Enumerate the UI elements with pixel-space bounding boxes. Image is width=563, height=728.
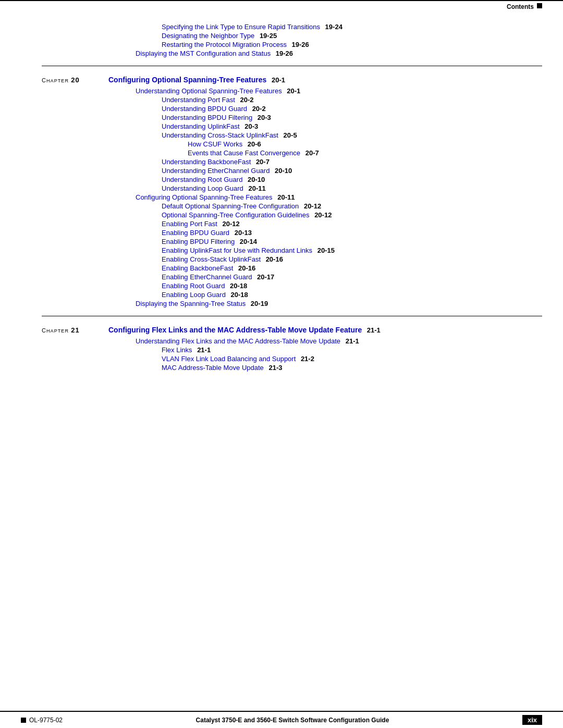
toc-entry: Enabling Cross-Stack UplinkFast 20-16	[42, 255, 542, 263]
page: Contents Specifying the Link Type to Ens…	[0, 0, 563, 728]
toc-entry: Enabling UplinkFast for Use with Redunda…	[42, 246, 542, 254]
toc-entry: Understanding EtherChannel Guard 20-10	[42, 167, 542, 175]
page-num: 20-14	[238, 238, 257, 245]
toc-link[interactable]: Understanding BackboneFast	[162, 158, 251, 166]
page-num: 20-3	[243, 122, 259, 130]
toc-entry: Understanding Optional Spanning-Tree Fea…	[42, 87, 542, 95]
page-num: 20-17	[255, 273, 274, 281]
page-num: 21-1	[344, 337, 359, 345]
toc-link[interactable]: Enabling Root Guard	[162, 282, 225, 290]
page-num: 20-7	[303, 149, 319, 157]
toc-link[interactable]: Restarting the Protocol Migration Proces…	[162, 41, 287, 48]
toc-link[interactable]: Understanding Port Fast	[162, 96, 235, 104]
page-num: 20-2	[238, 96, 254, 104]
toc-link[interactable]: Default Optional Spanning-Tree Configura…	[162, 202, 299, 210]
toc-entry: Restarting the Protocol Migration Proces…	[42, 41, 542, 48]
toc-entry: Enabling BPDU Guard 20-13	[42, 229, 542, 237]
toc-entry: Enabling BackboneFast 20-16	[42, 264, 542, 272]
page-num: 19-24	[323, 23, 342, 31]
toc-link[interactable]: Understanding Cross-Stack UplinkFast	[162, 131, 278, 139]
toc-link[interactable]: VLAN Flex Link Load Balancing and Suppor…	[162, 355, 296, 363]
toc-link[interactable]: Enabling BPDU Guard	[162, 229, 229, 237]
toc-entry: Events that Cause Fast Convergence 20-7	[42, 149, 542, 157]
toc-link[interactable]: Configuring Optional Spanning-Tree Featu…	[136, 193, 273, 201]
toc-entry: Configuring Optional Spanning-Tree Featu…	[42, 193, 542, 201]
toc-entry: Designating the Neighbor Type 19-25	[42, 32, 542, 40]
toc-link[interactable]: Understanding BPDU Guard	[162, 105, 247, 113]
page-num: 19-25	[258, 32, 277, 40]
toc-entry: Enabling Loop Guard 20-18	[42, 291, 542, 299]
toc-entry: Understanding Flex Links and the MAC Add…	[42, 337, 542, 345]
toc-link[interactable]: Flex Links	[162, 346, 192, 354]
toc-link[interactable]: Enabling BackboneFast	[162, 264, 233, 272]
page-number: xix	[522, 715, 542, 725]
bottom-bar: OL-9775-02 Catalyst 3750-E and 3560-E Sw…	[0, 711, 563, 728]
page-num: 20-2	[250, 105, 266, 113]
chapter-21-row: CHAPTER 21Configuring Flex Links and the…	[42, 326, 542, 334]
toc-link[interactable]: Understanding Optional Spanning-Tree Fea…	[136, 87, 282, 95]
page-num: 20-3	[255, 114, 271, 121]
toc-link[interactable]: Understanding UplinkFast	[162, 122, 240, 130]
page-num: 20-12	[302, 202, 321, 210]
chapter-20-label: CHAPTER 20	[42, 76, 104, 84]
toc-entry: Understanding BPDU Filtering 20-3	[42, 114, 542, 121]
toc-entry: Enabling BPDU Filtering 20-14	[42, 238, 542, 245]
toc-entry: VLAN Flex Link Load Balancing and Suppor…	[42, 355, 542, 363]
toc-link[interactable]: Specifying the Link Type to Ensure Rapid…	[162, 23, 320, 31]
toc-entry: Understanding Root Guard 20-10	[42, 176, 542, 183]
toc-link[interactable]: Understanding EtherChannel Guard	[162, 167, 270, 175]
toc-link[interactable]: Enabling EtherChannel Guard	[162, 273, 252, 281]
page-num: 20-18	[228, 282, 247, 290]
page-num: 21-1	[195, 346, 211, 354]
page-num: 20-7	[254, 158, 270, 166]
toc-link[interactable]: Displaying the MST Configuration and Sta…	[136, 50, 271, 57]
page-num: 21-3	[267, 364, 283, 372]
toc-link[interactable]: MAC Address-Table Move Update	[162, 364, 264, 372]
chapter-20-title[interactable]: Configuring Optional Spanning-Tree Featu…	[108, 76, 266, 84]
page-num: 20-12	[221, 220, 240, 228]
top-bar-square	[537, 3, 542, 8]
page-num: 21-2	[299, 355, 314, 363]
toc-link[interactable]: Designating the Neighbor Type	[162, 32, 254, 40]
toc-entry: Understanding BPDU Guard 20-2	[42, 105, 542, 113]
toc-entry: Enabling Root Guard 20-18	[42, 282, 542, 290]
page-num: 20-15	[315, 246, 335, 254]
doc-id: OL-9775-02	[29, 717, 63, 724]
toc-entry: MAC Address-Table Move Update 21-3	[42, 364, 542, 372]
page-num: 20-16	[236, 264, 255, 272]
toc-link[interactable]: Understanding Loop Guard	[162, 184, 243, 192]
toc-entry: Enabling EtherChannel Guard 20-17	[42, 273, 542, 281]
toc-link[interactable]: Optional Spanning-Tree Configuration Gui…	[162, 211, 310, 219]
toc-link[interactable]: Enabling UplinkFast for Use with Redunda…	[162, 246, 312, 254]
page-num: 20-13	[232, 229, 252, 237]
contents-label: Contents	[507, 3, 534, 10]
page-num: 20-19	[249, 300, 268, 307]
toc-link[interactable]: Enabling Cross-Stack UplinkFast	[162, 255, 261, 263]
page-num: 20-11	[247, 184, 266, 192]
toc-entry: How CSUF Works 20-6	[42, 140, 542, 148]
toc-link[interactable]: Enabling Loop Guard	[162, 291, 226, 299]
toc-link[interactable]: Understanding BPDU Filtering	[162, 114, 252, 121]
chapter-21-title[interactable]: Configuring Flex Links and the MAC Addre…	[108, 326, 362, 334]
toc-link[interactable]: Enabling BPDU Filtering	[162, 238, 235, 245]
toc-link[interactable]: Displaying the Spanning-Tree Status	[136, 300, 246, 307]
toc-entry: Understanding UplinkFast 20-3	[42, 122, 542, 130]
toc-entry: Specifying the Link Type to Ensure Rapid…	[42, 23, 542, 31]
page-num: 20-12	[313, 211, 332, 219]
chapter-20-page: 20-1	[270, 76, 285, 84]
toc-entry: Understanding Cross-Stack UplinkFast 20-…	[42, 131, 542, 139]
page-num: 20-10	[246, 176, 265, 183]
toc-link[interactable]: Events that Cause Fast Convergence	[188, 149, 300, 157]
chapter-20-row: CHAPTER 20Configuring Optional Spanning-…	[42, 76, 542, 84]
page-num: 19-26	[274, 50, 293, 57]
toc-entry: Optional Spanning-Tree Configuration Gui…	[42, 211, 542, 219]
toc-entry: Understanding Loop Guard 20-11	[42, 184, 542, 192]
toc-link[interactable]: Understanding Root Guard	[162, 176, 242, 183]
toc-link[interactable]: How CSUF Works	[188, 140, 242, 148]
toc-link[interactable]: Enabling Port Fast	[162, 220, 217, 228]
toc-entry: Default Optional Spanning-Tree Configura…	[42, 202, 542, 210]
toc-container: Specifying the Link Type to Ensure Rapid…	[42, 23, 542, 372]
page-num: 20-1	[285, 87, 301, 95]
toc-link[interactable]: Understanding Flex Links and the MAC Add…	[136, 337, 340, 345]
toc-entry: Flex Links 21-1	[42, 346, 542, 354]
